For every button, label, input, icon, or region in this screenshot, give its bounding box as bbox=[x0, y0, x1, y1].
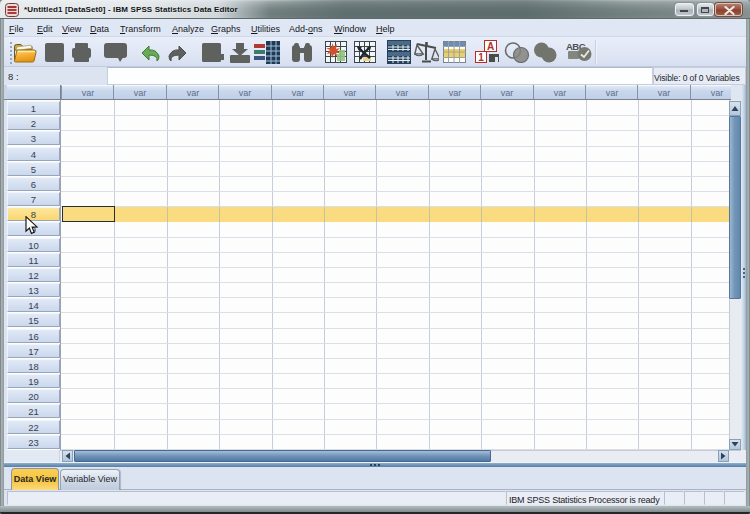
svg-text:A: A bbox=[487, 41, 494, 52]
svg-text:1: 1 bbox=[478, 52, 484, 63]
